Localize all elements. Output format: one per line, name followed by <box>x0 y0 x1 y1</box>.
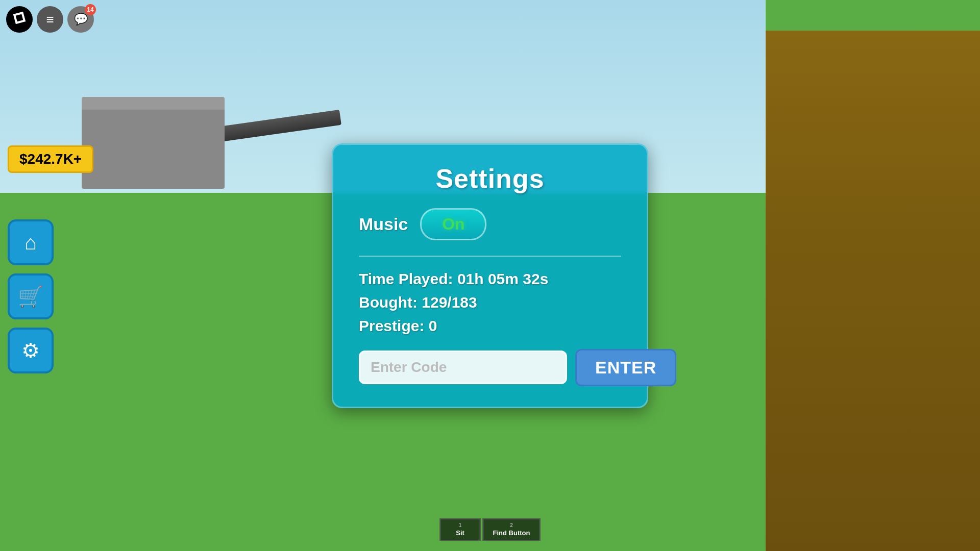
code-row: ENTER <box>359 349 621 386</box>
time-played-line: Time Played: 01h 05m 32s <box>359 270 621 288</box>
bought-line: Bought: 129/183 <box>359 294 621 311</box>
bought-label: Bought: <box>359 294 418 311</box>
enter-button[interactable]: ENTER <box>575 349 676 386</box>
stats-section: Time Played: 01h 05m 32s Bought: 129/183… <box>359 270 621 335</box>
music-label: Music <box>359 214 408 234</box>
prestige-label: Prestige: <box>359 317 424 334</box>
modal-overlay: Settings Music On Time Played: 01h 05m 3… <box>0 0 980 551</box>
code-input[interactable] <box>359 350 567 384</box>
settings-modal: Settings Music On Time Played: 01h 05m 3… <box>332 143 648 408</box>
prestige-line: Prestige: 0 <box>359 317 621 335</box>
prestige-value: 0 <box>429 317 437 334</box>
music-toggle-button[interactable]: On <box>420 208 486 240</box>
time-played-label: Time Played: <box>359 270 453 287</box>
time-played-value: 01h 05m 32s <box>457 270 548 287</box>
music-row: Music On <box>359 208 621 240</box>
modal-title: Settings <box>359 163 621 194</box>
bought-value: 129/183 <box>422 294 477 311</box>
divider <box>359 256 621 257</box>
